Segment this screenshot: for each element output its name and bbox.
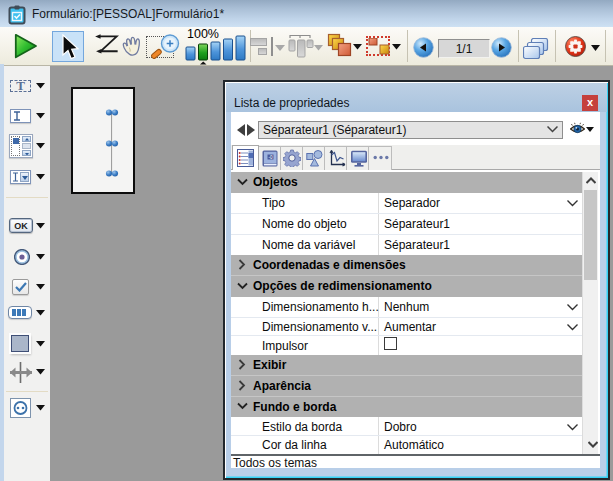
svg-text:-0: -0 (268, 155, 272, 160)
